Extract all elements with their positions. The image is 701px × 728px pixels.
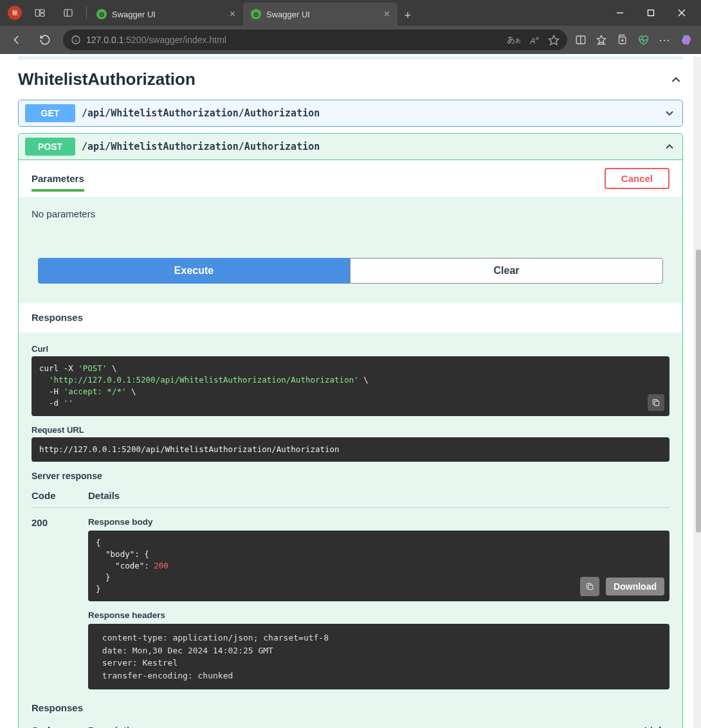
scrollbar[interactable] bbox=[693, 57, 701, 728]
response-headers-block: content-type: application/json; charset=… bbox=[88, 624, 669, 689]
profile-icon[interactable]: 秋 bbox=[8, 6, 22, 20]
execute-button[interactable]: Execute bbox=[38, 258, 350, 284]
collapsed-section-edge bbox=[18, 57, 683, 59]
chevron-up-icon bbox=[669, 73, 683, 87]
address-bar[interactable]: 127.0.0.1:5200/swagger/index.html ああ A» bbox=[63, 30, 567, 50]
operation-summary[interactable]: GET /api/WhitelistAuthorization/Authoriz… bbox=[19, 100, 682, 126]
server-response-label: Server response bbox=[32, 471, 669, 481]
browser-chrome: 秋 ⊙ Swagger UI × ⊙ Swagger UI × + 127.0.… bbox=[0, 0, 701, 54]
svg-marker-12 bbox=[549, 35, 559, 44]
request-url-label: Request URL bbox=[32, 425, 669, 435]
tag-title: WhitelistAuthorization bbox=[18, 69, 196, 89]
workspaces-icon[interactable] bbox=[30, 3, 50, 23]
favorites-bar-icon[interactable] bbox=[596, 34, 607, 46]
copy-response-button[interactable] bbox=[580, 577, 599, 596]
tab-actions-icon[interactable] bbox=[58, 3, 78, 23]
swagger-favicon-icon: ⊙ bbox=[96, 9, 107, 19]
url-path: :5200/swagger/index.html bbox=[123, 35, 226, 45]
method-badge-get: GET bbox=[25, 104, 75, 122]
copilot-icon[interactable] bbox=[680, 33, 695, 47]
response-body-block: { "body": { "code": 200 } }Download bbox=[88, 531, 669, 602]
tab-title: Swagger UI bbox=[266, 10, 310, 19]
parameters-label: Parameters bbox=[32, 173, 84, 184]
operation-post: POST /api/WhitelistAuthorization/Authori… bbox=[18, 133, 683, 728]
cancel-button[interactable]: Cancel bbox=[605, 168, 669, 189]
svg-rect-0 bbox=[35, 10, 39, 17]
responses-section-label: Responses bbox=[32, 702, 669, 713]
health-icon[interactable] bbox=[637, 34, 650, 46]
maximize-button[interactable] bbox=[637, 3, 665, 23]
method-badge-post: POST bbox=[25, 138, 75, 156]
split-screen-icon[interactable] bbox=[575, 34, 587, 46]
svg-rect-2 bbox=[41, 14, 44, 17]
no-parameters-text: No parameters bbox=[19, 197, 682, 251]
copy-curl-button[interactable] bbox=[648, 394, 664, 411]
responses-label: Responses bbox=[32, 312, 83, 323]
translate-icon[interactable]: ああ bbox=[507, 34, 521, 46]
parameters-header: Parameters Cancel bbox=[19, 160, 682, 197]
close-window-button[interactable] bbox=[668, 3, 696, 23]
response-doc-table-header: Code Description Links bbox=[32, 718, 669, 728]
svg-rect-21 bbox=[588, 585, 593, 590]
col-code-label: Code bbox=[32, 725, 88, 728]
chevron-up-icon[interactable] bbox=[663, 140, 676, 153]
chevron-down-icon[interactable] bbox=[663, 107, 676, 120]
new-tab-button[interactable]: + bbox=[397, 5, 418, 26]
minimize-button[interactable] bbox=[606, 3, 634, 23]
curl-label: Curl bbox=[32, 344, 669, 354]
back-button[interactable] bbox=[6, 30, 27, 50]
tab-close-button[interactable]: × bbox=[230, 8, 235, 20]
svg-rect-6 bbox=[648, 10, 654, 16]
response-code: 200 bbox=[32, 517, 88, 690]
browser-tab-active[interactable]: ⊙ Swagger UI × bbox=[243, 3, 397, 26]
more-menu-button[interactable]: ⋯ bbox=[659, 33, 671, 47]
col-details-label: Details bbox=[88, 490, 669, 501]
tab-close-button[interactable]: × bbox=[384, 8, 390, 20]
swagger-favicon-icon: ⊙ bbox=[251, 9, 261, 19]
response-body-label: Response body bbox=[88, 517, 669, 527]
operation-path: /api/WhitelistAuthorization/Authorizatio… bbox=[82, 141, 320, 152]
responses-header: Responses bbox=[19, 303, 682, 332]
browser-tab[interactable]: ⊙ Swagger UI × bbox=[89, 3, 243, 26]
response-headers-label: Response headers bbox=[88, 610, 669, 620]
clear-button[interactable]: Clear bbox=[350, 258, 663, 284]
site-info-icon[interactable] bbox=[71, 35, 81, 45]
download-button[interactable]: Download bbox=[606, 578, 664, 596]
svg-rect-3 bbox=[64, 10, 72, 17]
favorite-icon[interactable] bbox=[548, 34, 560, 46]
operation-get: GET /api/WhitelistAuthorization/Authoriz… bbox=[18, 100, 683, 127]
svg-rect-1 bbox=[41, 10, 44, 13]
url-host: 127.0.0.1 bbox=[86, 35, 123, 45]
operation-summary[interactable]: POST /api/WhitelistAuthorization/Authori… bbox=[19, 134, 682, 159]
svg-marker-15 bbox=[597, 35, 606, 43]
curl-command-block: curl -X 'POST' \ 'http://127.0.0.1:5200/… bbox=[32, 356, 669, 416]
col-links-label: Links bbox=[618, 725, 669, 728]
response-row: 200 Response body { "body": { "code": 20… bbox=[32, 507, 669, 690]
tag-header[interactable]: WhitelistAuthorization bbox=[18, 66, 683, 93]
read-aloud-icon[interactable]: A» bbox=[530, 35, 539, 46]
operation-path: /api/WhitelistAuthorization/Authorizatio… bbox=[82, 107, 320, 119]
col-description-label: Description bbox=[88, 725, 618, 728]
svg-rect-20 bbox=[655, 401, 659, 405]
collections-icon[interactable] bbox=[616, 34, 628, 46]
refresh-button[interactable] bbox=[35, 30, 55, 50]
col-code-label: Code bbox=[32, 490, 88, 501]
response-table-header: Code Details bbox=[32, 484, 669, 507]
request-url-block: http://127.0.0.1:5200/api/WhitelistAutho… bbox=[32, 437, 669, 462]
tab-title: Swagger UI bbox=[112, 10, 156, 19]
